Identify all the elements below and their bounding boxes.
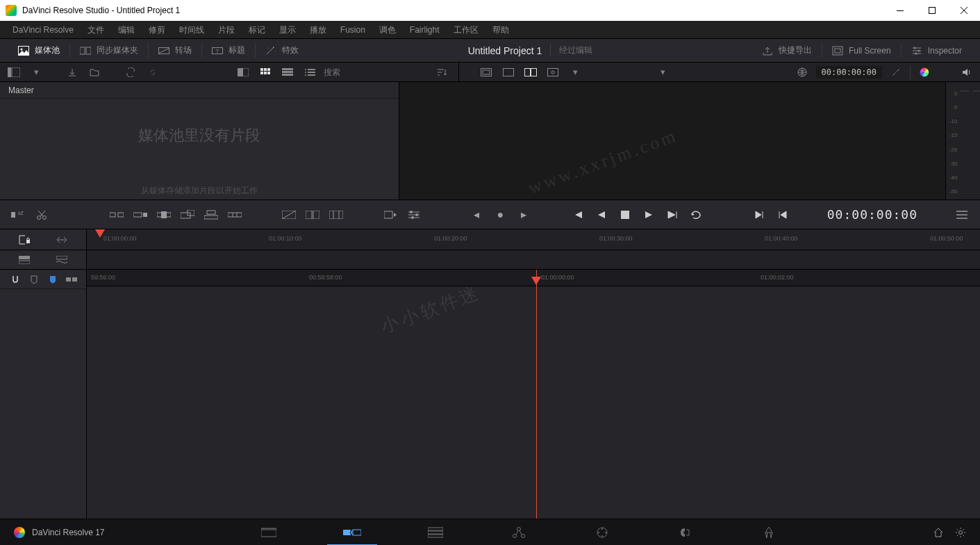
tab-full-screen[interactable]: Full Screen <box>822 39 901 63</box>
tab-effects[interactable]: 特效 <box>256 39 308 63</box>
page-deliver[interactable] <box>727 519 811 546</box>
menu-timeline[interactable]: 时间线 <box>172 21 211 39</box>
tab-inspector[interactable]: Inspector <box>902 39 972 63</box>
safe-area-icon[interactable] <box>478 65 495 80</box>
options-icon[interactable] <box>404 205 424 225</box>
sort-icon[interactable] <box>433 65 450 80</box>
menu-mark[interactable]: 标记 <box>242 21 272 39</box>
viewer-panel[interactable]: www.xxrjm.com <box>399 82 945 200</box>
bin-view-icon[interactable] <box>6 65 22 80</box>
menu-icon[interactable] <box>952 205 972 225</box>
menu-clip[interactable]: 片段 <box>211 21 242 39</box>
maximize-button[interactable] <box>916 0 948 21</box>
next-mark-icon[interactable]: ▸ <box>514 205 533 225</box>
transport-timecode[interactable]: 00:00:00:00 <box>827 207 917 222</box>
page-fusion[interactable] <box>477 519 560 546</box>
record-icon[interactable]: ● <box>490 205 510 225</box>
import-folder-icon[interactable] <box>86 65 103 80</box>
link-icon[interactable] <box>144 65 161 80</box>
boring-detector-icon[interactable]: zZ <box>8 205 28 225</box>
loop-icon[interactable] <box>686 205 706 225</box>
audio-sync-icon[interactable] <box>63 272 80 287</box>
close-button[interactable] <box>948 0 980 21</box>
page-color[interactable] <box>560 519 644 546</box>
menu-edit[interactable]: 编辑 <box>111 21 142 39</box>
menu-view[interactable]: 显示 <box>272 21 303 39</box>
thumbnail-view-icon[interactable] <box>257 65 274 80</box>
chevron-down-icon[interactable]: ▾ <box>28 65 44 80</box>
window-titlebar: DaVinci Resolve Studio - Untitled Projec… <box>0 0 980 21</box>
menu-file[interactable]: 文件 <box>81 21 111 39</box>
sync-clips-icon[interactable] <box>122 65 139 80</box>
dual-viewer-icon[interactable] <box>522 65 539 80</box>
prev-mark-icon[interactable]: ◂ <box>467 205 486 225</box>
play-reverse-icon[interactable] <box>592 205 611 225</box>
marker-add-icon[interactable] <box>26 272 42 287</box>
strip-view-icon[interactable] <box>279 65 296 80</box>
next-clip-icon[interactable] <box>749 205 769 225</box>
bypass-icon[interactable] <box>888 65 904 80</box>
timeline-tracks[interactable]: 59:56:00 00:59:58:00 01:00:00:00 01:00:0… <box>87 270 980 519</box>
menu-help[interactable]: 帮助 <box>485 21 516 39</box>
timeline-lock-icon[interactable] <box>16 232 33 247</box>
smart-insert-icon[interactable] <box>107 205 126 225</box>
search-input[interactable] <box>324 65 428 80</box>
color-wheel-icon[interactable] <box>916 65 933 80</box>
go-start-icon[interactable] <box>568 205 588 225</box>
go-end-icon[interactable] <box>663 205 682 225</box>
menu-fairlight[interactable]: Fairlight <box>403 21 447 39</box>
menu-color[interactable]: 调色 <box>372 21 403 39</box>
stop-icon[interactable] <box>615 205 635 225</box>
svg-rect-27 <box>282 71 293 73</box>
single-viewer-icon[interactable] <box>500 65 517 80</box>
import-icon[interactable] <box>64 65 81 80</box>
chevron-down-icon[interactable]: ▾ <box>567 65 583 80</box>
page-media[interactable] <box>227 519 310 546</box>
upper-ruler[interactable]: 01:00:00:00 01:00:10:00 01:00:20:00 01:0… <box>87 229 980 250</box>
tab-quick-export[interactable]: 快捷导出 <box>752 39 822 63</box>
place-on-top-icon[interactable] <box>201 205 221 225</box>
metadata-view-icon[interactable] <box>235 65 251 80</box>
tab-sync-bin[interactable]: 同步媒体夹 <box>70 39 148 63</box>
smooth-cut-icon[interactable] <box>326 205 346 225</box>
menu-davinci[interactable]: DaVinci Resolve <box>6 21 81 39</box>
menu-fusion[interactable]: Fusion <box>333 21 372 39</box>
home-icon[interactable] <box>930 525 947 540</box>
tab-media-pool[interactable]: 媒体池 <box>8 39 69 63</box>
ripple-overwrite-icon[interactable] <box>154 205 174 225</box>
globe-icon[interactable] <box>794 65 811 80</box>
menu-workspace[interactable]: 工作区 <box>447 21 485 39</box>
video-track-icon[interactable] <box>16 252 33 268</box>
tools-icon[interactable] <box>381 205 400 225</box>
menu-playback[interactable]: 播放 <box>303 21 333 39</box>
media-pool-empty[interactable]: 媒体池里没有片段 从媒体存储添加片段以开始工作 <box>0 99 399 200</box>
page-edit[interactable] <box>394 519 477 546</box>
settings-icon[interactable] <box>952 525 969 540</box>
dissolve-icon[interactable] <box>279 205 299 225</box>
snap-icon[interactable] <box>7 272 24 287</box>
append-icon[interactable] <box>131 205 150 225</box>
tab-transitions[interactable]: 转场 <box>149 39 201 63</box>
master-bin-header[interactable]: Master <box>0 82 399 99</box>
timeline-ruler[interactable]: 59:56:00 00:59:58:00 01:00:00:00 01:00:0… <box>87 270 980 286</box>
closeup-icon[interactable] <box>178 205 197 225</box>
speaker-icon[interactable] <box>958 65 974 80</box>
cut-transition-icon[interactable] <box>303 205 322 225</box>
viewer-mode-icon[interactable] <box>545 65 561 80</box>
prev-clip-icon[interactable] <box>773 205 792 225</box>
cut-icon[interactable] <box>32 205 51 225</box>
page-cut[interactable] <box>310 519 394 546</box>
menu-trim[interactable]: 修剪 <box>142 21 172 39</box>
free-mode-icon[interactable] <box>53 232 70 247</box>
flag-icon[interactable] <box>44 272 61 287</box>
page-fairlight[interactable] <box>644 519 727 546</box>
minimize-button[interactable] <box>884 0 916 21</box>
tab-titles[interactable]: T 标题 <box>202 39 255 63</box>
play-icon[interactable] <box>639 205 658 225</box>
playhead-line[interactable] <box>536 270 537 519</box>
viewer-timecode[interactable]: 00:00:00:00 <box>816 66 882 79</box>
chevron-down-icon[interactable]: ▾ <box>655 65 672 80</box>
audio-track-icon[interactable] <box>53 252 70 268</box>
list-view-icon[interactable] <box>301 65 318 80</box>
source-overwrite-icon[interactable] <box>225 205 244 225</box>
